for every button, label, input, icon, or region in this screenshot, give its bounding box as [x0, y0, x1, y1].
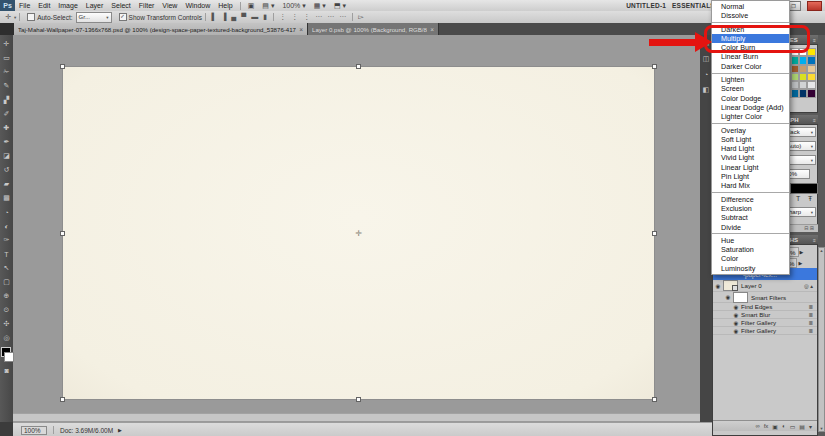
tab-close-icon[interactable]: × — [299, 26, 303, 33]
visibility-eye-icon[interactable]: ◉ — [713, 283, 723, 289]
tool-lasso[interactable]: ✁ — [1, 65, 12, 79]
tool-shape[interactable]: ▢ — [1, 275, 12, 289]
layers-footer-icon[interactable]: ▭ — [790, 423, 796, 430]
tool-quick-selection[interactable]: ✎ — [1, 79, 12, 93]
align-icon[interactable]: ▮ — [261, 13, 270, 21]
show-transform-checkbox[interactable]: ✓ — [119, 13, 127, 21]
transform-reference-point-icon[interactable]: ✛ — [355, 229, 362, 238]
document-canvas[interactable]: ✛ — [62, 66, 655, 400]
layers-footer-icon[interactable]: ◐ — [782, 423, 786, 429]
blend-mode-linear-dodge-add-[interactable]: Linear Dodge (Add) — [712, 103, 789, 112]
color-swatch[interactable] — [791, 65, 799, 73]
blend-mode-luminosity[interactable]: Luminosity — [712, 264, 789, 273]
tool-3d-rotate[interactable]: ⊕ — [1, 289, 12, 303]
color-swatch[interactable] — [791, 81, 799, 89]
view-extras-icon[interactable]: ▤ ▾ — [258, 2, 278, 10]
color-swatch[interactable] — [807, 56, 815, 64]
align-icon[interactable]: ▌ — [209, 13, 219, 21]
filter-row[interactable]: ◉Filter Gallery≣ — [713, 327, 817, 335]
align-icon[interactable]: ▬ — [249, 13, 261, 21]
visibility-eye-icon[interactable]: ◉ — [731, 304, 741, 310]
blend-mode-difference[interactable]: Difference — [712, 195, 789, 204]
workspace-essentials-button[interactable]: ESSENTIALS — [672, 2, 715, 9]
blend-mode-vivid-light[interactable]: Vivid Light — [712, 153, 789, 162]
tool-marquee[interactable]: ▭ — [1, 51, 12, 65]
transform-handle-bottom-right[interactable] — [652, 397, 657, 402]
transform-handle-middle-right[interactable] — [652, 231, 657, 236]
scroll-down-icon[interactable]: ▼ — [820, 426, 824, 431]
distribute-icon[interactable]: ⋮ — [301, 13, 313, 21]
tool-gradient[interactable]: ▩ — [1, 191, 12, 205]
tool-healing-brush[interactable]: ✚ — [1, 121, 12, 135]
move-tool-icon[interactable]: ✛ — [3, 13, 14, 21]
layer-thumbnail[interactable] — [723, 280, 738, 291]
distribute-icon[interactable]: ⋮ — [289, 13, 301, 21]
quick-mask-icon[interactable]: ◙ — [1, 363, 12, 377]
panel-menu-icon[interactable]: ≡ — [813, 37, 816, 43]
tool-type[interactable]: T — [1, 247, 12, 261]
tool-move[interactable]: ✛ — [1, 37, 12, 51]
background-color-chip[interactable] — [4, 352, 14, 362]
tool-pen[interactable]: ✑ — [1, 233, 12, 247]
layer-row[interactable]: ◉ Layer 0 ◎ ▴ — [713, 280, 817, 292]
color-swatch[interactable] — [799, 65, 807, 73]
blend-mode-normal[interactable]: Normal — [712, 2, 789, 11]
collapsed-panel-icon[interactable]: ◧ — [703, 86, 710, 94]
tool-3d-orbit[interactable]: ⊙ — [1, 303, 12, 317]
blend-mode-dissolve[interactable]: Dissolve — [712, 11, 789, 20]
blend-mode-pin-light[interactable]: Pin Light — [712, 172, 789, 181]
blend-mode-hard-mix[interactable]: Hard Mix — [712, 181, 789, 190]
color-swatch[interactable] — [807, 81, 815, 89]
panel-menu-icon[interactable]: ≡ — [813, 237, 816, 243]
auto-select-dropdown[interactable]: Gr... ▾ — [76, 12, 112, 23]
distribute-icon[interactable]: ⋯ — [337, 13, 349, 21]
tool-history-brush[interactable]: ↺ — [1, 163, 12, 177]
blend-mode-overlay[interactable]: Overlay — [712, 126, 789, 135]
blend-mode-color-dodge[interactable]: Color Dodge — [712, 94, 789, 103]
filter-blend-options-icon[interactable]: ≣ — [808, 328, 813, 334]
tool-zoom[interactable]: ◎ — [1, 331, 12, 345]
align-icon[interactable]: ▀ — [239, 13, 249, 21]
blend-mode-hue[interactable]: Hue — [712, 236, 789, 245]
text-color-swatch[interactable] — [790, 183, 818, 194]
fill-slider-arrow-icon[interactable]: ▶ — [798, 260, 802, 266]
color-swatch[interactable] — [791, 73, 799, 81]
status-zoom-field[interactable]: 100% — [21, 426, 47, 435]
horizontal-scrollbar[interactable] — [13, 413, 700, 421]
menu-help[interactable]: Help — [214, 2, 236, 9]
align-icon[interactable]: ▄ — [229, 13, 239, 21]
filter-row[interactable]: ◉Filter Gallery≣ — [713, 319, 817, 327]
close-button[interactable] — [807, 1, 822, 11]
menu-file[interactable]: File — [15, 2, 34, 9]
color-swatch[interactable] — [799, 56, 807, 64]
visibility-eye-icon[interactable]: ◉ — [731, 312, 741, 318]
transform-handle-bottom-left[interactable] — [60, 397, 65, 402]
blend-mode-divide[interactable]: Divide — [712, 223, 789, 232]
blend-mode-exclusion[interactable]: Exclusion — [712, 204, 789, 213]
filter-blend-options-icon[interactable]: ≣ — [808, 304, 813, 310]
blend-mode-saturation[interactable]: Saturation — [712, 245, 789, 254]
auto-align-icon[interactable]: ▻ — [356, 13, 366, 21]
tool-path-selection[interactable]: ↖ — [1, 261, 12, 275]
align-icon[interactable]: ▐ — [219, 13, 229, 21]
opacity-slider-arrow-icon[interactable]: ▶ — [800, 249, 804, 255]
blend-mode-subtract[interactable]: Subtract — [712, 213, 789, 222]
menu-edit[interactable]: Edit — [34, 2, 54, 9]
menu-window[interactable]: Window — [181, 2, 214, 9]
filter-mask-thumbnail[interactable] — [733, 292, 748, 303]
color-swatch[interactable] — [799, 89, 807, 97]
transform-handle-top-right[interactable] — [652, 64, 657, 69]
smart-filters-row[interactable]: ◉ Smart Filters — [713, 292, 817, 303]
color-swatch[interactable] — [799, 73, 807, 81]
menu-layer[interactable]: Layer — [82, 2, 108, 9]
auto-select-checkbox[interactable] — [27, 13, 35, 21]
panel-footer-icons[interactable]: ⊟ ⊞ — [804, 225, 814, 232]
menu-image[interactable]: Image — [54, 2, 81, 9]
status-flyout-icon[interactable]: ▶ — [118, 427, 122, 433]
tool-clone-stamp[interactable]: ◪ — [1, 149, 12, 163]
blend-mode-hard-light[interactable]: Hard Light — [712, 144, 789, 153]
panel-menu-icon[interactable]: ≡ — [813, 117, 816, 123]
visibility-eye-icon[interactable]: ◉ — [723, 294, 733, 300]
screen-mode-icon[interactable]: ⬒ ▾ — [330, 2, 350, 10]
color-swatch[interactable] — [807, 89, 815, 97]
